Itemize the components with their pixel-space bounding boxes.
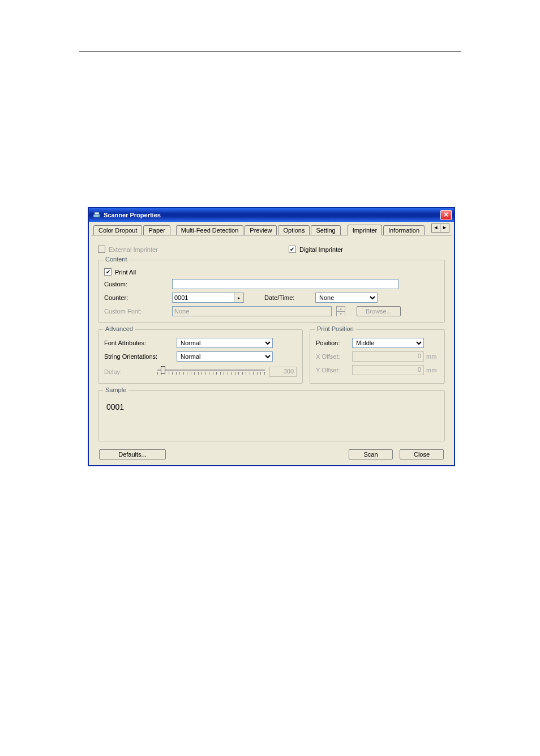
scan-button[interactable]: Scan [349,449,393,459]
tab-scroll-left[interactable]: ◄ [431,224,440,233]
tab-imprinter[interactable]: Imprinter [348,225,382,235]
tab-preview[interactable]: Preview [245,225,277,235]
print-all-checkbox[interactable]: ✔ Print All [104,268,439,276]
page-divider [79,51,461,51]
tab-information[interactable]: Information [383,225,425,235]
x-offset-unit: mm [424,353,439,360]
tab-paper[interactable]: Paper [143,225,170,235]
close-button[interactable]: Close [400,449,444,459]
tab-scroll-right[interactable]: ► [440,224,449,233]
tab-multifeed[interactable]: Multi-Feed Detection [176,225,244,235]
checkbox-icon[interactable]: ✔ [104,268,112,276]
x-offset-label: X Offset: [316,353,352,360]
close-icon[interactable]: × [440,210,452,220]
dialog-button-row: Defaults... Scan Close [91,444,452,459]
digital-imprinter-label: Digital Imprinter [299,246,343,253]
advanced-legend: Advanced [103,325,135,332]
y-offset-unit: mm [424,367,439,373]
svg-rect-1 [95,212,99,214]
advanced-group: Advanced Font Attributes: Normal String … [98,329,303,384]
orientation-label: String Orientations: [104,353,177,360]
delay-slider [157,366,265,377]
tab-setting[interactable]: Setting [311,225,340,235]
content-legend: Content [103,256,130,263]
sample-value: 0001 [104,399,439,415]
sample-group: Sample 0001 [98,390,445,441]
svg-point-2 [98,216,100,217]
digital-imprinter-checkbox[interactable]: ✔ Digital Imprinter [289,246,343,253]
defaults-button[interactable]: Defaults... [99,449,166,459]
datetime-label: Date/Time: [264,294,315,301]
font-attr-select[interactable]: Normal [177,338,273,348]
checkbox-icon [98,246,105,253]
custom-input[interactable] [172,279,398,289]
print-all-label: Print All [115,269,136,276]
print-position-group: Print Position Position: Middle X Offset… [310,329,445,384]
slider-thumb [161,366,165,374]
x-offset-value: 0 [352,351,424,362]
tab-color-dropout[interactable]: Color Dropout [93,225,142,235]
tab-options[interactable]: Options [278,225,310,235]
counter-label: Counter: [104,294,172,301]
counter-spin-icon[interactable]: ▸ [234,293,244,303]
window-title: Scanner Properties [104,212,440,218]
position-select[interactable]: Middle [352,338,424,348]
custom-font-input [172,306,332,316]
tab-scroll: ◄ ► [431,224,449,233]
browse-button: Browse... [357,306,401,316]
checkbox-icon[interactable]: ✔ [289,246,296,253]
titlebar[interactable]: Scanner Properties × [89,208,454,222]
sample-legend: Sample [103,386,128,393]
orientation-select[interactable]: Normal [177,351,273,362]
external-imprinter-label: External Imprinter [109,246,158,253]
custom-font-stepper: ▲ ▼ [336,306,345,316]
chevron-down-icon: ▼ [337,312,345,316]
external-imprinter-checkbox: External Imprinter [98,246,158,253]
custom-label: Custom: [104,281,172,287]
position-label: Position: [316,340,352,346]
delay-value: 300 [269,367,297,377]
content-group: Content ✔ Print All Custom: Counter: ▸ [98,260,445,323]
y-offset-value: 0 [352,365,424,375]
tab-strip: Color Dropout Paper Multi-Feed Detection… [91,223,452,235]
delay-label: Delay: [104,368,157,375]
chevron-up-icon: ▲ [337,307,345,312]
counter-input[interactable] [172,293,234,303]
y-offset-label: Y Offset: [316,367,352,373]
app-icon [92,211,101,220]
font-attr-label: Font Attributes: [104,340,177,346]
custom-font-label: Custom Font: [104,308,172,315]
print-position-legend: Print Position [315,325,356,332]
scanner-properties-dialog: Scanner Properties × Color Dropout Paper… [88,207,455,466]
datetime-select[interactable]: None [315,293,378,303]
